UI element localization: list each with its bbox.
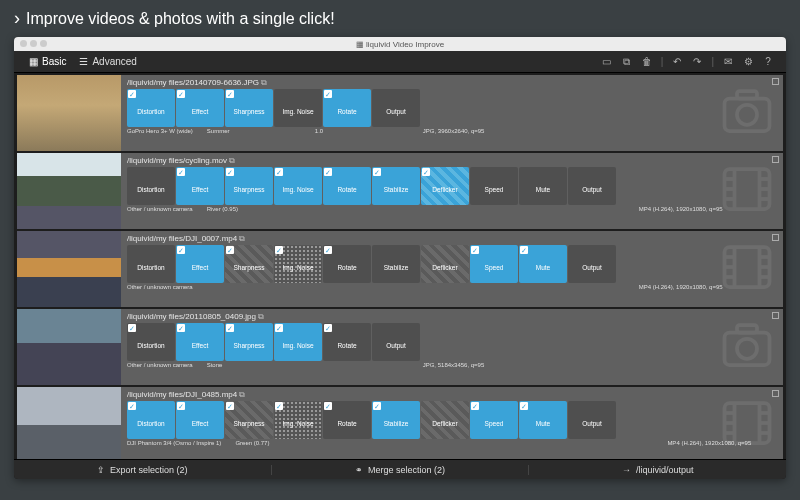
expand-icon[interactable]: [772, 234, 779, 241]
node-imgnoise[interactable]: ✓Img. Noise: [274, 401, 322, 439]
node-sharpness[interactable]: ✓Sharpness: [225, 401, 273, 439]
check-icon[interactable]: ✓: [177, 246, 185, 254]
node-rotate[interactable]: ✓Rotate: [323, 89, 371, 127]
node-mute[interactable]: ✓Mute: [519, 401, 567, 439]
track-row[interactable]: /liquivid/my files/DJI_0007.mp4⧉Distorti…: [17, 231, 783, 307]
node-rotate[interactable]: ✓Rotate: [323, 245, 371, 283]
check-icon[interactable]: ✓: [373, 168, 381, 176]
node-stabilize[interactable]: ✓Stabilize: [372, 167, 420, 205]
node-rotate[interactable]: ✓Rotate: [323, 401, 371, 439]
duplicate-icon[interactable]: ⧉: [261, 78, 267, 87]
redo-icon[interactable]: ↷: [690, 55, 704, 69]
node-deflicker[interactable]: Deflicker: [421, 245, 469, 283]
check-icon[interactable]: ✓: [520, 246, 528, 254]
node-output[interactable]: Output: [372, 323, 420, 361]
node-stabilize[interactable]: Stabilize: [372, 245, 420, 283]
node-sharpness[interactable]: ✓Sharpness: [225, 167, 273, 205]
check-icon[interactable]: ✓: [471, 246, 479, 254]
node-effect[interactable]: ✓Effect: [176, 89, 224, 127]
check-icon[interactable]: ✓: [324, 246, 332, 254]
thumbnail[interactable]: [17, 231, 121, 307]
check-icon[interactable]: ✓: [177, 324, 185, 332]
check-icon[interactable]: ✓: [226, 168, 234, 176]
node-effect[interactable]: ✓Effect: [176, 245, 224, 283]
track-row[interactable]: /liquivid/my files/20140709-6636.JPG⧉✓Di…: [17, 75, 783, 151]
node-sharpness[interactable]: ✓Sharpness: [225, 89, 273, 127]
close-dot[interactable]: [20, 40, 27, 47]
node-deflicker[interactable]: Deflicker: [421, 401, 469, 439]
check-icon[interactable]: ✓: [471, 402, 479, 410]
track-list[interactable]: /liquivid/my files/20140709-6636.JPG⧉✓Di…: [14, 73, 786, 459]
help-icon[interactable]: ?: [761, 55, 775, 69]
node-deflicker[interactable]: ✓Deflicker: [421, 167, 469, 205]
min-dot[interactable]: [30, 40, 37, 47]
window-titlebar[interactable]: ▦ liquivid Video Improve: [14, 37, 786, 51]
node-output[interactable]: Output: [372, 89, 420, 127]
check-icon[interactable]: ✓: [324, 324, 332, 332]
expand-icon[interactable]: [772, 156, 779, 163]
check-icon[interactable]: ✓: [422, 168, 430, 176]
node-imgnoise[interactable]: ✓Img. Noise: [274, 245, 322, 283]
node-distortion[interactable]: Distortion: [127, 245, 175, 283]
node-effect[interactable]: ✓Effect: [176, 167, 224, 205]
traffic-lights[interactable]: [20, 40, 47, 47]
track-row[interactable]: /liquivid/my files/20110805_0409.jpg⧉✓Di…: [17, 309, 783, 385]
check-icon[interactable]: ✓: [324, 168, 332, 176]
node-rotate[interactable]: ✓Rotate: [323, 167, 371, 205]
check-icon[interactable]: ✓: [226, 402, 234, 410]
output-path[interactable]: → /liquivid/output: [529, 465, 786, 475]
node-speed[interactable]: ✓Speed: [470, 245, 518, 283]
check-icon[interactable]: ✓: [128, 90, 136, 98]
check-icon[interactable]: ✓: [324, 90, 332, 98]
settings-icon[interactable]: ⚙: [741, 55, 755, 69]
node-stabilize[interactable]: ✓Stabilize: [372, 401, 420, 439]
duplicate-icon[interactable]: ⧉: [239, 390, 245, 399]
duplicate-icon[interactable]: ⧉: [239, 234, 245, 243]
check-icon[interactable]: ✓: [128, 402, 136, 410]
node-mute[interactable]: ✓Mute: [519, 245, 567, 283]
node-imgnoise[interactable]: ✓Img. Noise: [274, 323, 322, 361]
node-rotate[interactable]: ✓Rotate: [323, 323, 371, 361]
node-distortion[interactable]: ✓Distortion: [127, 401, 175, 439]
node-output[interactable]: Output: [568, 401, 616, 439]
expand-icon[interactable]: [772, 390, 779, 397]
node-output[interactable]: Output: [568, 245, 616, 283]
check-icon[interactable]: ✓: [226, 324, 234, 332]
max-dot[interactable]: [40, 40, 47, 47]
trash-icon[interactable]: 🗑: [640, 55, 654, 69]
node-output[interactable]: Output: [568, 167, 616, 205]
node-speed[interactable]: Speed: [470, 167, 518, 205]
tab-advanced[interactable]: ☰ Advanced: [72, 56, 142, 67]
check-icon[interactable]: ✓: [324, 402, 332, 410]
expand-icon[interactable]: [772, 312, 779, 319]
node-sharpness[interactable]: ✓Sharpness: [225, 323, 273, 361]
check-icon[interactable]: ✓: [275, 246, 283, 254]
node-distortion[interactable]: ✓Distortion: [127, 323, 175, 361]
thumbnail[interactable]: [17, 153, 121, 229]
tab-basic[interactable]: ▦ Basic: [22, 56, 72, 67]
node-effect[interactable]: ✓Effect: [176, 401, 224, 439]
copy-icon[interactable]: ⧉: [620, 55, 634, 69]
folder-icon[interactable]: ▭: [600, 55, 614, 69]
thumbnail[interactable]: [17, 309, 121, 385]
thumbnail[interactable]: [17, 387, 121, 459]
check-icon[interactable]: ✓: [128, 324, 136, 332]
check-icon[interactable]: ✓: [177, 402, 185, 410]
check-icon[interactable]: ✓: [275, 402, 283, 410]
export-button[interactable]: ⇪ Export selection (2): [14, 465, 271, 475]
mail-icon[interactable]: ✉: [721, 55, 735, 69]
thumbnail[interactable]: [17, 75, 121, 151]
node-imgnoise[interactable]: ✓Img. Noise: [274, 167, 322, 205]
check-icon[interactable]: ✓: [275, 324, 283, 332]
check-icon[interactable]: ✓: [373, 402, 381, 410]
check-icon[interactable]: ✓: [275, 168, 283, 176]
duplicate-icon[interactable]: ⧉: [229, 156, 235, 165]
node-distortion[interactable]: Distortion: [127, 167, 175, 205]
merge-button[interactable]: ⚭ Merge selection (2): [271, 465, 530, 475]
check-icon[interactable]: ✓: [226, 246, 234, 254]
undo-icon[interactable]: ↶: [670, 55, 684, 69]
node-sharpness[interactable]: ✓Sharpness: [225, 245, 273, 283]
check-icon[interactable]: ✓: [177, 90, 185, 98]
node-distortion[interactable]: ✓Distortion: [127, 89, 175, 127]
node-mute[interactable]: Mute: [519, 167, 567, 205]
